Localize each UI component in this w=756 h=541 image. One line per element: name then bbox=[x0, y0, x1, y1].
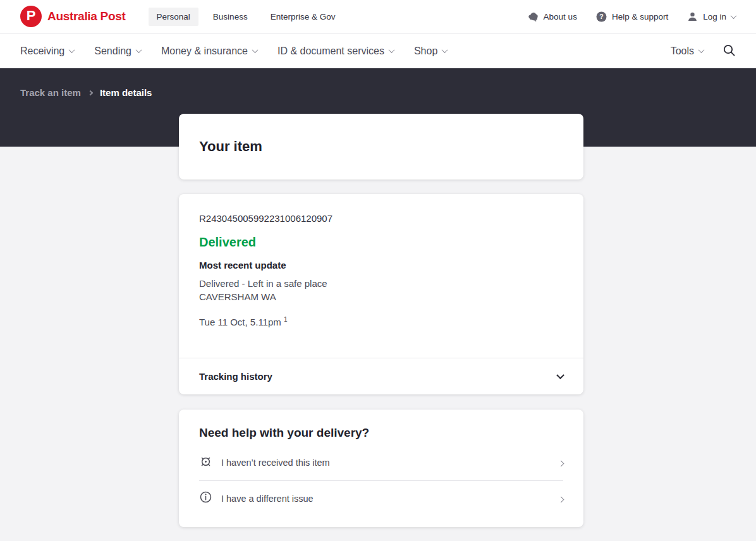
recent-update-heading: Most recent update bbox=[199, 260, 563, 270]
chevron-down-icon bbox=[252, 47, 259, 53]
svg-text:?: ? bbox=[599, 13, 603, 20]
chevron-down-icon bbox=[388, 47, 394, 53]
nav-items: Receiving Sending Money & insurance ID &… bbox=[20, 46, 447, 57]
chevron-right-icon bbox=[88, 90, 93, 95]
nav-item-money-insurance[interactable]: Money & insurance bbox=[161, 46, 257, 57]
need-help-title: Need help with your delivery? bbox=[199, 426, 563, 440]
footnote-marker: 1 bbox=[284, 316, 288, 323]
chevron-down-icon bbox=[136, 47, 142, 53]
nav-label-tools: Tools bbox=[671, 46, 694, 57]
your-item-card: Your item bbox=[179, 114, 583, 179]
help-item-label: I have a different issue bbox=[221, 494, 314, 504]
breadcrumb-item-details: Item details bbox=[100, 87, 152, 98]
chevron-down-icon bbox=[731, 13, 737, 19]
tracking-details-card: R243045005992231006120907 Delivered Most… bbox=[179, 194, 583, 394]
nav-right: Tools bbox=[671, 44, 736, 59]
help-support-label: Help & support bbox=[612, 12, 668, 21]
nav-item-tools[interactable]: Tools bbox=[671, 46, 704, 57]
breadcrumb-track-an-item[interactable]: Track an item bbox=[20, 87, 81, 98]
help-item-label: I haven’t received this item bbox=[221, 458, 330, 468]
update-location: CAVERSHAM WA bbox=[199, 290, 563, 303]
nav-label-sending: Sending bbox=[94, 46, 131, 57]
need-help-card: Need help with your delivery? I haven’t … bbox=[179, 410, 583, 527]
chevron-right-icon bbox=[559, 457, 563, 468]
info-icon bbox=[199, 490, 212, 506]
nav-item-shop[interactable]: Shop bbox=[414, 46, 447, 57]
tab-enterprise-gov[interactable]: Enterprise & Gov bbox=[262, 8, 344, 26]
nav-label-id-document-services: ID & document services bbox=[277, 46, 384, 57]
help-icon: ? bbox=[596, 11, 607, 22]
login-menu[interactable]: Log in bbox=[687, 11, 736, 22]
tracking-details-body: R243045005992231006120907 Delivered Most… bbox=[179, 194, 583, 358]
content-column: Your item R243045005992231006120907 Deli… bbox=[179, 114, 583, 537]
nav-label-receiving: Receiving bbox=[20, 46, 64, 57]
nav-item-receiving[interactable]: Receiving bbox=[20, 46, 74, 57]
about-us-label: About us bbox=[544, 12, 577, 21]
top-links: About us ? Help & support Log in bbox=[528, 11, 736, 22]
help-support-link[interactable]: ? Help & support bbox=[596, 11, 668, 22]
nav-item-id-document-services[interactable]: ID & document services bbox=[277, 46, 394, 57]
australia-map-icon bbox=[528, 12, 539, 21]
search-icon bbox=[722, 44, 736, 59]
page-title: Your item bbox=[199, 138, 262, 155]
chevron-down-icon bbox=[698, 47, 705, 53]
tracking-history-accordion[interactable]: Tracking history bbox=[179, 358, 583, 394]
target-icon bbox=[199, 455, 212, 471]
search-button[interactable] bbox=[722, 44, 736, 59]
help-item-different-issue[interactable]: I have a different issue bbox=[199, 480, 563, 516]
audience-tabs: Personal Business Enterprise & Gov bbox=[149, 8, 344, 26]
nav-item-sending[interactable]: Sending bbox=[94, 46, 141, 57]
status-badge: Delivered bbox=[199, 235, 563, 250]
nav-label-money-insurance: Money & insurance bbox=[161, 46, 248, 57]
update-timestamp-text: Tue 11 Oct, 5.11pm bbox=[199, 317, 281, 327]
australia-post-logo[interactable]: P Australia Post bbox=[20, 6, 126, 27]
chevron-down-icon bbox=[442, 47, 448, 53]
tab-personal[interactable]: Personal bbox=[149, 8, 198, 26]
chevron-right-icon bbox=[559, 493, 563, 504]
user-icon bbox=[687, 11, 698, 22]
main-navigation: Receiving Sending Money & insurance ID &… bbox=[0, 33, 756, 68]
tracking-number: R243045005992231006120907 bbox=[199, 213, 563, 224]
chevron-down-icon bbox=[558, 371, 563, 382]
about-us-link[interactable]: About us bbox=[528, 12, 577, 21]
chevron-down-icon bbox=[69, 47, 75, 53]
tab-business[interactable]: Business bbox=[205, 8, 256, 26]
breadcrumb: Track an item Item details bbox=[20, 87, 736, 98]
top-utility-bar: P Australia Post Personal Business Enter… bbox=[0, 0, 756, 33]
nav-label-shop: Shop bbox=[414, 46, 437, 57]
update-description: Delivered - Left in a safe place bbox=[199, 277, 563, 290]
brand-name: Australia Post bbox=[47, 9, 126, 23]
login-label: Log in bbox=[703, 12, 726, 21]
update-timestamp: Tue 11 Oct, 5.11pm 1 bbox=[199, 316, 563, 327]
tracking-history-label: Tracking history bbox=[199, 371, 272, 382]
australia-post-logo-icon: P bbox=[20, 6, 42, 27]
help-item-not-received[interactable]: I haven’t received this item bbox=[199, 445, 563, 480]
